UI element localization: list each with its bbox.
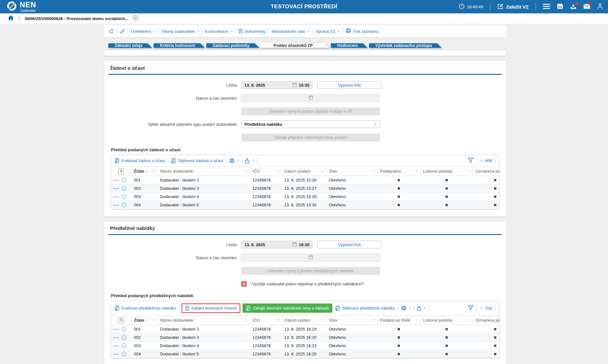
row-info-icon[interactable]: i <box>122 352 127 356</box>
row-menu-icon[interactable]: ●●● <box>113 328 119 330</box>
column-header[interactable]: Listinná podoba▽ <box>420 316 473 325</box>
menu-nestandardni-stav[interactable]: Nestandardní stav▽ <box>271 29 310 34</box>
view-selector[interactable]: MW <box>485 158 492 163</box>
export-table-button[interactable]: ▽ <box>417 306 426 311</box>
calendar-button[interactable] <box>557 3 563 10</box>
calendar-small-icon[interactable] <box>293 82 297 88</box>
column-header[interactable]: Stav▽ <box>326 167 377 176</box>
column-header[interactable]: Stav▽ <box>326 316 377 325</box>
column-header[interactable]: Název dodavatele▽ <box>157 316 250 325</box>
breadcrumb-close-icon[interactable] <box>133 15 138 22</box>
column-header[interactable]: Listinná podoba▽ <box>420 167 473 176</box>
column-filter-icon[interactable]: ▽ <box>371 319 374 322</box>
column-filter-icon[interactable]: ▽ <box>275 319 279 322</box>
tab-vysledek-zadavaciho-postupu[interactable]: Výsledek zadávacího postupu <box>369 43 442 48</box>
column-header[interactable]: Číslo↑▽ <box>131 316 157 325</box>
nen-logo[interactable]: NEN Zadavatel <box>0 1 36 13</box>
row-menu-icon[interactable]: ●●● <box>113 204 119 206</box>
row-info-icon[interactable]: i <box>122 194 127 199</box>
row-info-icon[interactable]: i <box>122 343 127 348</box>
calendar-small-icon[interactable] <box>309 255 313 261</box>
column-filter-icon[interactable]: ▽ <box>320 170 323 173</box>
column-filter-icon[interactable]: ▽ <box>414 319 417 322</box>
print-table-button[interactable]: ▽ <box>229 158 239 163</box>
stahnout-nabidky-button[interactable]: Stáhnout předběžné nabídky <box>335 305 395 311</box>
submission-type-select[interactable]: Předběžná nabídka ∨ <box>241 120 380 128</box>
column-header[interactable]: Datum podání▽ <box>282 167 326 176</box>
row-menu-icon[interactable]: ●●● <box>113 345 119 347</box>
column-header[interactable]: Datum podání▽ <box>282 316 326 325</box>
calculate-deadlines-button[interactable]: Výpočet lhůt <box>317 241 381 248</box>
next-phase-button[interactable]: Zahájit přípravu následující fáze podání <box>241 133 380 141</box>
tab-zadavaci-podminky[interactable]: Zadávací podmínky <box>206 43 259 48</box>
column-header[interactable]: Podaná po lhůtě▽ <box>377 316 420 325</box>
column-filter-icon[interactable]: ▽ <box>151 319 155 322</box>
menu-tisk-zaznamu[interactable]: Tisk záznamu <box>346 28 378 34</box>
column-filter-icon[interactable]: ▽ <box>243 319 247 322</box>
row-info-icon[interactable]: i <box>122 335 127 340</box>
column-header[interactable]: Číslo↑▽ <box>131 167 157 176</box>
send-invite-button[interactable]: Odeslání výzvy k podání žádosti o účast … <box>241 107 380 115</box>
row-menu-icon[interactable]: ●●● <box>113 196 119 198</box>
zadani-bodovych-hodnot-button[interactable]: Zadání bodových hodnot <box>185 306 237 311</box>
view-selector[interactable]: Vše <box>485 306 492 310</box>
question-checkbox-no[interactable]: ✖ <box>241 281 247 287</box>
inbox-button[interactable] <box>570 4 576 10</box>
row-menu-icon[interactable]: ●●● <box>113 179 119 181</box>
opening-datetime-input[interactable] <box>241 254 380 261</box>
column-filter-icon[interactable]: ▽ <box>151 170 155 173</box>
tab-zakladni-udaje[interactable]: Základní údaje <box>108 43 152 48</box>
row-info-icon[interactable]: i <box>122 186 127 191</box>
tab-podani-ucastniku-zp[interactable]: Podání účastníků ZP <box>261 43 329 48</box>
column-header[interactable]: Podepsána▽ <box>377 167 420 176</box>
zahajit-oteviani-button[interactable]: Zahájit otevírání nabídkové ceny a nákla… <box>242 303 332 313</box>
refresh-button[interactable] <box>109 29 114 34</box>
calendar-small-icon[interactable] <box>293 242 297 247</box>
view-caret-icon[interactable]: ▽ <box>480 159 482 162</box>
column-filter-icon[interactable]: ▽ <box>275 170 279 173</box>
column-filter-icon[interactable]: ▽ <box>466 319 470 322</box>
column-header[interactable]: IČO▽ <box>250 316 282 325</box>
column-filter-icon[interactable]: ▽ <box>243 170 247 173</box>
column-filter-icon[interactable]: ▽ <box>466 170 470 173</box>
column-settings-icon[interactable]: ⇅ <box>111 316 131 325</box>
column-header[interactable]: IČO▽ <box>250 167 282 176</box>
print-table-button[interactable]: ▽ <box>401 306 411 310</box>
column-settings-icon[interactable]: ⇅ <box>111 167 131 176</box>
user-profile-button[interactable] <box>597 3 603 10</box>
menu-ukony-zadavatele[interactable]: Úkony zadavatele▽ <box>162 29 199 34</box>
filter-funnel-icon[interactable] <box>468 158 474 164</box>
row-menu-icon[interactable]: ●●● <box>113 336 119 339</box>
view-caret-icon[interactable]: ▽ <box>480 307 482 310</box>
menu-sprava-vz[interactable]: Správa VZ▽ <box>316 29 340 34</box>
export-table-button[interactable]: ▽ <box>245 158 254 163</box>
row-info-icon[interactable]: i <box>122 327 127 332</box>
calendar-small-icon[interactable] <box>309 95 313 101</box>
edit-record-button[interactable] <box>120 29 125 34</box>
tab-kriteria-hodnoceni[interactable]: Kritéria hodnocení <box>154 43 205 48</box>
deadline-input[interactable]: 13. 6. 2025 15:35 <box>241 81 313 89</box>
breadcrumb-item[interactable]: N006/25/V00005626 - Provozování domu soc… <box>25 16 128 21</box>
row-menu-icon[interactable]: ●●● <box>113 187 119 189</box>
row-info-icon[interactable]: i <box>122 178 127 182</box>
column-filter-icon[interactable]: ▽ <box>371 170 374 173</box>
evidovat-nabidku-button[interactable]: Evidovat předběžnou nabídku <box>115 305 176 311</box>
column-header[interactable]: Označena jako nep▽ <box>473 316 499 325</box>
create-vz-button[interactable]: Založit VZ <box>497 3 529 10</box>
calculate-deadlines-button[interactable]: Výpočet lhůt <box>317 81 381 89</box>
home-icon[interactable] <box>8 15 14 22</box>
menu-uverejneni[interactable]: Uveřejnění▽ <box>131 29 156 34</box>
evidovat-zadost-button[interactable]: Evidovat žádost o účast <box>115 158 165 163</box>
menu-dokumenty[interactable]: Dokumenty <box>238 28 265 34</box>
column-header[interactable]: Název dodavatele▽ <box>157 167 250 176</box>
messages-button[interactable] <box>583 4 590 10</box>
row-info-icon[interactable]: i <box>122 203 127 207</box>
menu-komunikace[interactable]: Komunikace▽ <box>205 29 233 34</box>
column-filter-icon[interactable]: ▽ <box>414 170 417 173</box>
filter-funnel-icon[interactable] <box>468 305 474 311</box>
send-invite-button[interactable]: Odeslání výzvy k podání předběžných nabí… <box>241 267 380 275</box>
tab-hodnoceni[interactable]: Hodnocení <box>331 43 367 48</box>
stahnout-zadosti-button[interactable]: Stáhnout žádosti o účast <box>171 158 223 163</box>
column-filter-icon[interactable]: ▽ <box>320 319 323 322</box>
deadline-input[interactable]: 13. 6. 2025 16:30 <box>241 241 313 248</box>
